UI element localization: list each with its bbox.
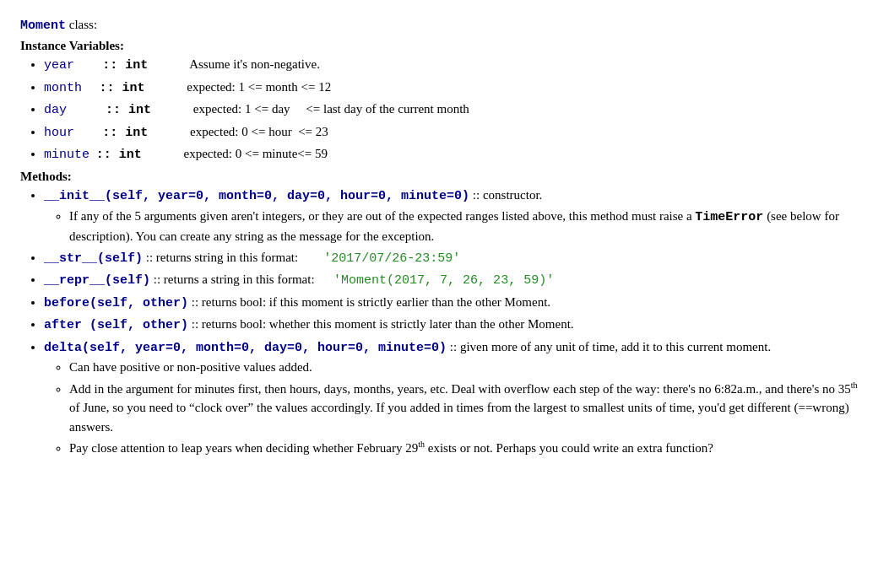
method-init-signature: __init__(self, year=0, month=0, day=0, h…	[44, 189, 469, 203]
var-type-day: :: int	[106, 101, 165, 121]
method-before: before(self, other) :: returns bool: if …	[44, 293, 869, 314]
method-delta-suffix: :: given more of any unit of time, add i…	[450, 340, 771, 353]
var-type-year: :: int	[102, 57, 161, 76]
list-item: hour :: int expected: 0 <= hour <= 23	[44, 122, 869, 143]
var-desc-year: Assume it's non-negative.	[189, 57, 320, 71]
method-repr-signature: __repr__(self)	[44, 273, 150, 288]
method-after: after (self, other) :: returns bool: whe…	[44, 315, 869, 336]
var-type-minute: :: int	[96, 146, 155, 165]
var-desc-minute: expected: 0 <= minute<= 59	[184, 147, 328, 160]
list-item: Pay close attention to leap years when d…	[69, 438, 869, 458]
instance-variables-heading: Instance Variables:	[20, 36, 869, 56]
method-repr-example: 'Moment(2017, 7, 26, 23, 59)'	[333, 273, 554, 288]
methods-heading: Methods:	[20, 167, 869, 186]
var-name-year: year	[44, 57, 93, 76]
list-item: day :: int expected: 1 <= day <= last da…	[44, 100, 869, 121]
class-name: Moment	[20, 19, 66, 33]
var-name-minute: minute	[44, 146, 93, 165]
var-name-day: day	[44, 101, 93, 121]
var-type-month: :: int	[100, 79, 159, 99]
method-delta-signature: delta(self, year=0, month=0, day=0, hour…	[44, 341, 447, 355]
methods-list: __init__(self, year=0, month=0, day=0, h…	[20, 186, 869, 458]
method-str: __str__(self) :: returns string in this …	[44, 248, 869, 269]
list-item: Can have positive or non-positive values…	[69, 358, 869, 377]
methods-section: Methods: __init__(self, year=0, month=0,…	[20, 167, 869, 458]
timeerror-inline: TimeError	[695, 210, 763, 224]
method-str-example: '2017/07/26-23:59'	[323, 251, 460, 266]
method-before-signature: before(self, other)	[44, 296, 188, 310]
var-desc-hour: expected: 0 <= hour <= 23	[190, 125, 328, 138]
instance-variables-section: Instance Variables: year :: int Assume i…	[20, 36, 869, 165]
list-item: minute :: int expected: 0 <= minute<= 59	[44, 144, 869, 165]
method-init: __init__(self, year=0, month=0, day=0, h…	[44, 186, 869, 246]
var-name-month: month	[44, 79, 93, 99]
method-init-suffix: :: constructor.	[473, 188, 543, 202]
method-delta-subitems: Can have positive or non-positive values…	[44, 358, 869, 458]
instance-variables-list: year :: int Assume it's non-negative. mo…	[20, 55, 869, 165]
method-init-subitems: If any of the 5 arguments given aren't i…	[44, 207, 869, 246]
method-after-signature: after (self, other)	[44, 318, 188, 332]
method-after-suffix: :: returns bool: whether this moment is …	[192, 317, 574, 331]
method-str-signature: __str__(self)	[44, 251, 143, 266]
list-item: If any of the 5 arguments given aren't i…	[69, 207, 869, 246]
list-item: Add in the argument for minutes first, t…	[69, 379, 869, 437]
var-desc-month: expected: 1 <= month <= 12	[187, 80, 331, 94]
class-header: Moment class:	[20, 15, 869, 36]
list-item: month :: int expected: 1 <= month <= 12	[44, 78, 869, 99]
method-repr-suffix: :: returns a string in this format:	[154, 272, 331, 286]
method-str-suffix: :: returns string in this format:	[146, 251, 321, 264]
method-before-suffix: :: returns bool: if this moment is stric…	[192, 295, 550, 309]
class-suffix: class:	[66, 18, 97, 31]
method-repr: __repr__(self) :: returns a string in th…	[44, 270, 869, 291]
var-desc-day: expected: 1 <= day <= last day of the cu…	[193, 102, 469, 116]
var-type-hour: :: int	[102, 124, 161, 143]
method-delta: delta(self, year=0, month=0, day=0, hour…	[44, 337, 869, 458]
var-name-hour: hour	[44, 124, 93, 143]
list-item: year :: int Assume it's non-negative.	[44, 55, 869, 76]
